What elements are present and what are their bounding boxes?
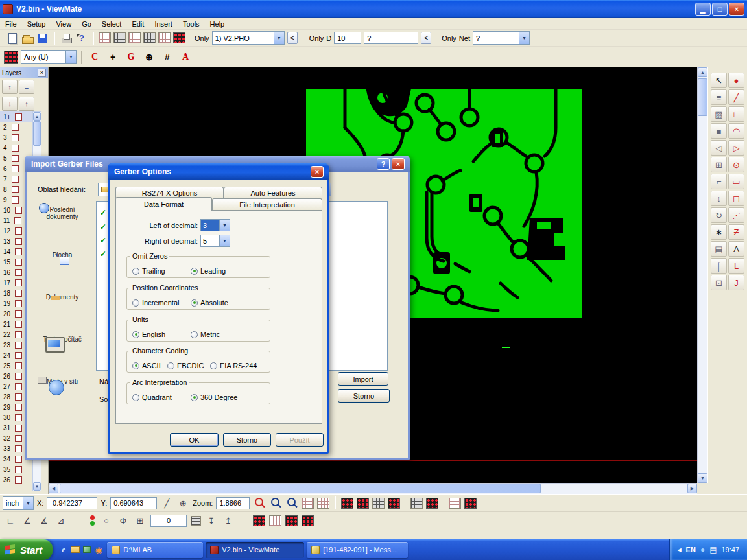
snap-diagonal-icon[interactable]: ╱ (160, 497, 173, 509)
layer-color-chip[interactable] (15, 466, 22, 473)
file-select-combo[interactable]: 1) V2.PHO ▼ (212, 31, 285, 45)
radio-360-degree[interactable]: 360 Degree (191, 393, 238, 401)
clock[interactable]: 19:47 (721, 546, 739, 554)
layer-color-chip[interactable] (15, 393, 22, 401)
chevron-down-icon[interactable]: ▼ (65, 51, 76, 63)
filled-rect-icon[interactable]: ■ (711, 123, 727, 139)
layer-color-chip[interactable] (15, 331, 22, 338)
layer-all-button[interactable]: ≡ (19, 80, 34, 94)
radio-metric[interactable]: Metric (191, 331, 220, 338)
select-pointer-icon[interactable]: ↖ (711, 73, 727, 88)
chevron-down-icon[interactable]: ▼ (219, 235, 230, 246)
highlight-c-button[interactable]: C (87, 49, 102, 65)
menu-item[interactable]: Setup (22, 19, 51, 29)
layer-row[interactable]: 35 (0, 464, 32, 474)
radio-ebcdic[interactable]: EBCDIC (167, 362, 204, 369)
zoom-window-icon[interactable] (269, 496, 282, 509)
grid-toggle-icon[interactable]: ⊞ (134, 515, 147, 527)
measure-angle-icon[interactable]: ∠ (21, 515, 34, 527)
layer-color-chip[interactable] (12, 124, 19, 131)
pad-grid-icon[interactable]: # (160, 49, 175, 65)
dialog-close-icon[interactable]: × (311, 166, 324, 178)
units-combo[interactable]: inch ▼ (3, 496, 34, 510)
j-shape-tool-icon[interactable]: J (728, 275, 744, 290)
place-network[interactable]: Místa v síti (33, 378, 91, 385)
storno-button[interactable]: Storno (338, 389, 390, 402)
text-tool-icon[interactable]: A (728, 241, 744, 257)
scroll-up-icon[interactable]: ▲ (698, 67, 707, 77)
dcode-filter-icon[interactable] (99, 32, 111, 43)
anchor-up-icon[interactable]: ↥ (222, 515, 235, 527)
aperture-table-icon[interactable] (302, 498, 314, 509)
taskbar-task-messenger[interactable]: [191-482-091] - Mess... (307, 542, 408, 558)
right-of-decimal-combo[interactable]: 5 ▼ (200, 235, 230, 247)
flash-pad-icon[interactable]: ● (728, 73, 744, 88)
flash-pattern-icon-3[interactable] (285, 515, 298, 526)
diameter-icon[interactable]: Φ (117, 515, 130, 527)
layers-panel-header[interactable]: Layers × (0, 67, 48, 78)
aperture-shape-combo[interactable]: Any (U) ▼ (21, 50, 77, 64)
highlight-a-button[interactable]: A (178, 49, 193, 65)
layer-color-chip[interactable] (15, 259, 22, 266)
origin-icon[interactable]: ⊕ (176, 497, 189, 509)
layer-color-chip[interactable] (15, 269, 22, 276)
objects-list-icon[interactable]: ≡ (711, 89, 727, 105)
layer-swap-button[interactable]: ↕ (2, 80, 18, 94)
y-coordinate-field[interactable]: 0.690643 (110, 497, 157, 509)
radio-ascii[interactable]: ASCII (132, 362, 161, 369)
layer-color-chip[interactable] (15, 321, 22, 328)
target-icon[interactable]: ⊕ (141, 49, 157, 65)
explorer-icon[interactable] (69, 544, 81, 555)
firefox-icon[interactable]: ◉ (93, 544, 104, 555)
pad-pattern-icon-2[interactable] (357, 498, 369, 509)
radio-trailing[interactable]: Trailing (132, 267, 165, 275)
layer-color-chip[interactable] (15, 456, 22, 463)
flash-pattern-icon-4[interactable] (302, 515, 314, 526)
import-button[interactable]: Import (338, 372, 388, 386)
layer-color-chip[interactable] (15, 207, 22, 214)
tab-file-interpretation[interactable]: File Interpretation (212, 198, 322, 210)
apply-button[interactable]: Použít (276, 433, 324, 447)
layer-row[interactable]: 1+ (0, 111, 32, 122)
taskbar-task-mlab[interactable]: D:\MLAB (107, 542, 203, 558)
layer-color-chip[interactable] (12, 196, 19, 204)
radio-leading[interactable]: Leading (191, 267, 226, 275)
zoom-in-icon[interactable] (253, 496, 266, 509)
x-coordinate-field[interactable]: -0.942237 (47, 497, 97, 509)
grid-view-icon[interactable] (449, 498, 461, 509)
ie-icon[interactable]: e (58, 544, 69, 555)
layer-color-chip[interactable] (15, 310, 22, 318)
l-shape-tool-icon[interactable]: L (728, 258, 744, 274)
start-button[interactable]: Start (0, 539, 53, 560)
tab-auto-features[interactable]: Auto Features (224, 187, 322, 198)
dialog-close-icon[interactable]: × (392, 158, 405, 170)
dcode-input[interactable]: 10 (334, 32, 361, 44)
step-repeat-icon[interactable] (464, 498, 477, 509)
layer-color-chip[interactable] (12, 186, 19, 193)
menu-item[interactable]: Edit (126, 19, 149, 29)
dcode-table-icon[interactable] (317, 498, 329, 509)
highlight-g-button[interactable]: G (123, 49, 139, 65)
move-tool-icon[interactable]: ↕ (711, 191, 727, 206)
layer-color-chip[interactable] (15, 248, 22, 255)
radio-english[interactable]: English (132, 331, 165, 338)
layer-color-chip[interactable] (12, 165, 19, 172)
chevron-down-icon[interactable]: ▼ (519, 32, 529, 44)
place-my-computer[interactable]: Tento počítač (33, 336, 91, 343)
zoom-fit-icon[interactable] (285, 496, 298, 509)
language-indicator[interactable]: EN (686, 546, 696, 554)
scroll-right-icon[interactable]: ▶ (687, 484, 697, 493)
radio-incremental[interactable]: Incremental (132, 299, 179, 307)
place-documents[interactable]: Dokumenty (33, 294, 91, 301)
taskbar-task-viewmate[interactable]: V2.bin - ViewMate (206, 542, 304, 558)
trace-pattern-icon-1[interactable] (410, 498, 423, 509)
layer-color-chip[interactable] (15, 352, 22, 359)
minimize-button[interactable]: ▁ (695, 3, 711, 16)
print-icon[interactable] (60, 32, 73, 45)
chevron-down-icon[interactable]: ▼ (274, 32, 284, 44)
layer-up-button[interactable]: ↑ (19, 97, 34, 111)
triangle-ruler-icon[interactable]: ⊿ (54, 515, 67, 527)
scroll-up-icon[interactable]: ▲ (33, 112, 41, 121)
triangle-tool-icon[interactable]: ▷ (728, 140, 744, 156)
place-recent-documents[interactable]: Poslední dokumenty (33, 206, 91, 220)
